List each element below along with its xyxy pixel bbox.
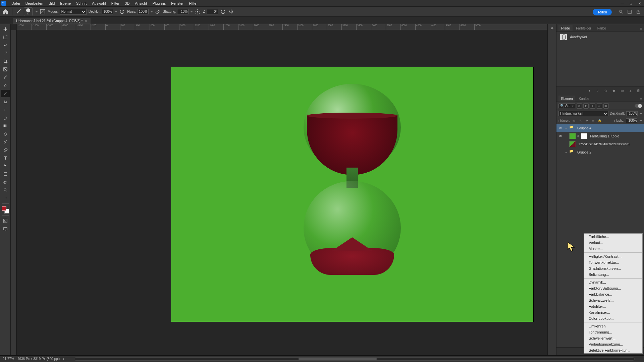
- crop-tool[interactable]: [1, 58, 10, 65]
- lasso-tool[interactable]: [1, 42, 10, 49]
- ctx-umkehren[interactable]: Umkehren: [584, 323, 642, 329]
- collapsed-dock[interactable]: ❖: [547, 24, 556, 355]
- ctx-muster[interactable]: Muster...: [584, 246, 642, 252]
- menu-filter[interactable]: Filter: [109, 0, 122, 6]
- stroke-path-icon[interactable]: ○: [596, 88, 601, 93]
- layer-filter-kind[interactable]: 🔍Art: [558, 103, 575, 108]
- hand-tool[interactable]: [1, 178, 10, 186]
- zoom-tool[interactable]: [1, 186, 10, 194]
- delete-path-icon[interactable]: 🗑: [637, 88, 641, 93]
- zoom-readout[interactable]: 21,77%: [3, 357, 14, 361]
- ctx-farbflaeche[interactable]: Farbfläche...: [584, 234, 642, 240]
- flow-input[interactable]: [137, 9, 149, 14]
- eyedropper-tool[interactable]: [1, 74, 10, 81]
- tab-kanaele[interactable]: Kanäle: [576, 96, 592, 102]
- document-tab[interactable]: Unbenannt-1 bei 21,8% (Gruppe 4, RGB/8) …: [13, 18, 91, 24]
- brush-panel-toggle[interactable]: [40, 9, 46, 15]
- search-icon[interactable]: [619, 9, 623, 15]
- menu-3d[interactable]: 3D: [122, 0, 132, 6]
- tab-farbe[interactable]: Farbe: [595, 25, 609, 31]
- layer-name[interactable]: 275cd85e81dc7f4f4d276c2c23386c01: [579, 142, 630, 146]
- layer-row[interactable]: 👁 ▸ 📁 Gruppe 4: [556, 124, 644, 132]
- path-select-tool[interactable]: [1, 162, 10, 170]
- screenmode-tool[interactable]: [1, 225, 10, 233]
- color-swatches[interactable]: [2, 206, 9, 214]
- menu-ebene[interactable]: Ebene: [57, 0, 73, 6]
- gradient-tool[interactable]: [1, 122, 10, 129]
- ctx-selektive[interactable]: Selektive Farbkorrektur...: [584, 347, 642, 353]
- lock-artboard-icon[interactable]: ▭: [591, 118, 596, 123]
- panel-menu-icon[interactable]: ≡: [638, 26, 644, 31]
- menu-fenster[interactable]: Fenster: [168, 0, 186, 6]
- filter-type-icon[interactable]: T: [590, 103, 595, 109]
- fill-path-icon[interactable]: ●: [588, 88, 593, 93]
- filter-adjust-icon[interactable]: ◐: [583, 103, 589, 109]
- quickmask-tool[interactable]: [1, 217, 10, 225]
- layer-row[interactable]: 275cd85e81dc7f4f4d276c2c23386c01: [556, 140, 644, 148]
- menu-plugins[interactable]: Plug-ins: [150, 0, 168, 6]
- lock-position-icon[interactable]: ✥: [585, 118, 589, 123]
- lock-all-icon[interactable]: 🔒: [597, 118, 602, 123]
- lock-pixels-icon[interactable]: ▨: [572, 118, 577, 123]
- shape-tool[interactable]: [1, 170, 10, 178]
- menu-schrift[interactable]: Schrift: [73, 0, 89, 6]
- layer-row[interactable]: ▸ 📁 Gruppe 2: [556, 148, 644, 156]
- filter-shape-icon[interactable]: ▱: [597, 103, 602, 109]
- canvas-viewport[interactable]: [17, 30, 547, 355]
- brush-preset-picker[interactable]: 77: [24, 7, 33, 16]
- filter-toggle[interactable]: [635, 104, 642, 108]
- twirl-icon[interactable]: ▸: [565, 127, 568, 130]
- type-tool[interactable]: [1, 154, 10, 162]
- workspace-icon[interactable]: [627, 9, 632, 15]
- window-maximize[interactable]: □: [627, 0, 635, 7]
- horizontal-scrollbar[interactable]: [74, 357, 635, 361]
- layer-name[interactable]: Farbfüllung 1 Kopie: [590, 134, 619, 138]
- layers-panel-menu-icon[interactable]: ≡: [638, 96, 644, 102]
- ctx-schwellenwert[interactable]: Schwellenwert...: [584, 335, 642, 341]
- status-chevron[interactable]: ›: [63, 357, 64, 361]
- home-button[interactable]: [2, 8, 9, 15]
- blend-mode-select[interactable]: Normal: [60, 9, 87, 15]
- heal-tool[interactable]: [1, 82, 10, 89]
- menu-datei[interactable]: Datei: [9, 0, 23, 6]
- dodge-tool[interactable]: [1, 138, 10, 145]
- tab-pfade[interactable]: Pfade: [558, 25, 573, 31]
- opacity-input[interactable]: [102, 9, 113, 14]
- layer-row[interactable]: 👁 𝟠 Farbfüllung 1 Kopie: [556, 132, 644, 140]
- pen-tool[interactable]: [1, 146, 10, 154]
- menu-auswahl[interactable]: Auswahl: [89, 0, 109, 6]
- history-brush-tool[interactable]: [1, 106, 10, 113]
- artboard[interactable]: [171, 67, 533, 322]
- frame-tool[interactable]: [1, 66, 10, 73]
- new-path-icon[interactable]: ＋: [629, 88, 633, 93]
- ctx-verlauf[interactable]: Verlauf...: [584, 240, 642, 246]
- tab-farbfelder[interactable]: Farbfelder: [573, 25, 594, 31]
- stamp-tool[interactable]: [1, 98, 10, 105]
- window-close[interactable]: ✕: [635, 0, 644, 7]
- share-button[interactable]: Teilen: [593, 9, 612, 15]
- move-tool[interactable]: [1, 25, 10, 33]
- mask-path-icon[interactable]: ▭: [621, 88, 625, 93]
- symmetry-icon[interactable]: [228, 9, 234, 15]
- layer-name[interactable]: Gruppe 4: [577, 126, 591, 130]
- filter-pixel-icon[interactable]: ▨: [577, 103, 582, 109]
- ctx-gradation[interactable]: Gradationskurven...: [584, 265, 642, 272]
- ctx-farbton[interactable]: Farbton/Sättigung...: [584, 285, 642, 291]
- ctx-tonwert[interactable]: Tonwertkorrektur...: [584, 259, 642, 265]
- menu-bearbeiten[interactable]: Bearbeiten: [23, 0, 46, 6]
- ctx-helligkeit[interactable]: Helligkeit/Kontrast...: [584, 253, 642, 259]
- smoothing-options-icon[interactable]: [195, 9, 201, 15]
- layer-blendmode-select[interactable]: Hindurchwirken: [558, 111, 608, 116]
- ctx-farbbalance[interactable]: Farbbalance...: [584, 291, 642, 297]
- ctx-belichtung[interactable]: Belichtung...: [584, 272, 642, 278]
- menu-bild[interactable]: Bild: [46, 0, 57, 6]
- ctx-tontrennung[interactable]: Tontrennung...: [584, 329, 642, 335]
- visibility-icon[interactable]: 👁: [558, 126, 563, 130]
- twirl-icon[interactable]: ▸: [565, 151, 568, 154]
- visibility-icon[interactable]: 👁: [558, 134, 563, 138]
- selection-path-icon[interactable]: ◇: [604, 88, 609, 93]
- menu-ansicht[interactable]: Ansicht: [132, 0, 150, 6]
- blur-tool[interactable]: [1, 130, 10, 137]
- ctx-schwarzweiss[interactable]: Schwarzweiß...: [584, 297, 642, 303]
- tab-ebenen[interactable]: Ebenen: [558, 96, 575, 102]
